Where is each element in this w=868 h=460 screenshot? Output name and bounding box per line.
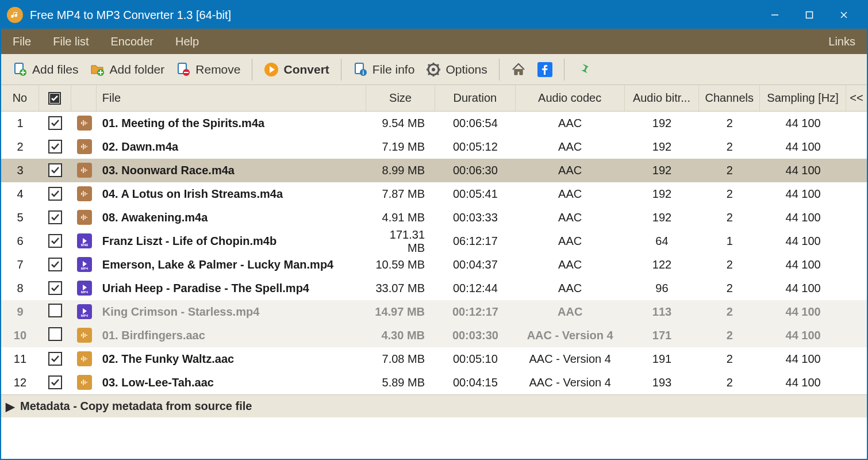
minimize-button[interactable] <box>758 1 792 29</box>
file-type-icon: MP4 <box>71 304 97 320</box>
table-row[interactable]: 404. A Lotus on Irish Streams.m4a7.87 MB… <box>1 182 867 206</box>
file-channels: 2 <box>699 376 760 389</box>
row-checkbox[interactable] <box>39 210 71 225</box>
row-checkbox[interactable] <box>39 258 71 273</box>
table-row[interactable]: 7MP4Emerson, Lake & Palmer - Lucky Man.m… <box>1 253 867 277</box>
table-row[interactable]: 9MP4King Crimson - Starless.mp414.97 MB0… <box>1 300 867 324</box>
file-sampling: 44 100 <box>760 164 846 177</box>
menu-help[interactable]: Help <box>175 35 199 48</box>
row-number: 6 <box>1 235 39 248</box>
facebook-button[interactable] <box>532 60 558 79</box>
file-info-button[interactable]: i File info <box>347 60 421 79</box>
col-no[interactable]: No <box>1 85 39 111</box>
options-button[interactable]: Options <box>420 60 493 79</box>
file-codec: AAC - Version 4 <box>516 352 625 366</box>
add-folder-button[interactable]: Add folder <box>85 60 171 79</box>
file-duration: 00:03:30 <box>435 329 516 342</box>
row-checkbox[interactable] <box>39 304 71 320</box>
row-number: 1 <box>1 117 39 130</box>
file-codec: AAC <box>516 235 625 248</box>
row-checkbox[interactable] <box>39 375 71 390</box>
svg-rect-1 <box>806 12 813 18</box>
add-files-button[interactable]: Add files <box>7 60 85 79</box>
pin-button[interactable] <box>570 60 597 79</box>
table-row[interactable]: 6M4BFranz Liszt - Life of Chopin.m4b171.… <box>1 229 867 253</box>
file-sampling: 44 100 <box>760 211 846 224</box>
file-size: 10.59 MB <box>366 258 435 271</box>
file-codec: AAC <box>516 117 625 130</box>
row-number: 12 <box>1 376 39 389</box>
menubar: File File list Encoder Help Links <box>1 29 867 54</box>
row-checkbox[interactable] <box>39 140 71 155</box>
expand-columns-button[interactable]: << <box>846 85 867 111</box>
file-sampling: 44 100 <box>760 352 846 366</box>
add-files-label: Add files <box>32 63 79 76</box>
home-button[interactable] <box>505 60 532 79</box>
table-row[interactable]: 1203. Low-Lee-Tah.aac5.89 MB00:04:15AAC … <box>1 371 867 394</box>
col-bitrate[interactable]: Audio bitr... <box>625 85 700 111</box>
svg-text:M4B: M4B <box>81 243 89 247</box>
col-channels[interactable]: Channels <box>699 85 760 111</box>
table-row[interactable]: 202. Dawn.m4a7.19 MB00:05:12AAC192244 10… <box>1 135 867 159</box>
file-channels: 2 <box>699 164 760 177</box>
row-checkbox[interactable] <box>39 281 71 296</box>
maximize-button[interactable] <box>792 1 827 29</box>
file-name: 01. Meeting of the Spirits.m4a <box>97 117 366 130</box>
row-checkbox[interactable] <box>39 163 71 178</box>
file-channels: 2 <box>699 329 760 342</box>
row-number: 2 <box>1 140 39 154</box>
col-type[interactable] <box>71 85 97 111</box>
file-type-icon: MP4 <box>71 281 97 297</box>
metadata-panel-header[interactable]: ▶ Metadata - Copy metadata from source f… <box>1 394 867 417</box>
row-checkbox[interactable] <box>39 187 71 202</box>
file-codec: AAC <box>516 164 625 177</box>
row-checkbox[interactable] <box>39 116 71 131</box>
file-name: Emerson, Lake & Palmer - Lucky Man.mp4 <box>97 258 366 271</box>
svg-text:i: i <box>362 70 364 76</box>
remove-label: Remove <box>195 63 240 76</box>
expand-triangle-icon: ▶ <box>6 400 14 413</box>
remove-button[interactable]: Remove <box>170 60 246 79</box>
table-row[interactable]: 508. Awakening.m4a4.91 MB00:03:33AAC1922… <box>1 206 867 229</box>
menu-encoder[interactable]: Encoder <box>110 35 153 48</box>
table-row[interactable]: 101. Meeting of the Spirits.m4a9.54 MB00… <box>1 112 867 135</box>
file-codec: AAC <box>516 211 625 224</box>
menu-file-list[interactable]: File list <box>53 35 89 48</box>
svg-rect-45 <box>79 212 90 223</box>
close-button[interactable] <box>827 1 861 29</box>
file-type-icon: MP4 <box>71 257 97 273</box>
row-checkbox[interactable] <box>39 352 71 367</box>
col-size[interactable]: Size <box>366 85 435 111</box>
file-name: 02. The Funky Waltz.aac <box>97 352 366 366</box>
menu-links[interactable]: Links <box>828 35 855 48</box>
add-folder-icon <box>90 62 105 77</box>
row-number: 10 <box>1 329 39 342</box>
row-number: 7 <box>1 258 39 271</box>
file-bitrate: 192 <box>625 140 700 154</box>
row-checkbox[interactable] <box>39 234 71 249</box>
file-sampling: 44 100 <box>760 187 846 201</box>
file-duration: 06:12:17 <box>435 235 516 248</box>
table-row[interactable]: 303. Noonward Race.m4a8.99 MB00:06:30AAC… <box>1 159 867 182</box>
col-check-all[interactable] <box>39 85 71 111</box>
file-sampling: 44 100 <box>760 258 846 271</box>
row-checkbox[interactable] <box>39 327 71 344</box>
file-size: 5.89 MB <box>366 376 435 389</box>
convert-label: Convert <box>283 63 329 76</box>
table-row[interactable]: 1001. Birdfingers.aac4.30 MB00:03:30AAC … <box>1 324 867 347</box>
file-channels: 2 <box>699 352 760 366</box>
file-size: 4.30 MB <box>366 329 435 342</box>
col-duration[interactable]: Duration <box>435 85 516 111</box>
col-codec[interactable]: Audio codec <box>516 85 625 111</box>
table-row[interactable]: 8MP4Uriah Heep - Paradise - The Spell.mp… <box>1 277 867 300</box>
file-size: 9.54 MB <box>366 117 435 130</box>
col-sampling[interactable]: Sampling [Hz] <box>760 85 846 111</box>
convert-button[interactable]: Convert <box>258 60 335 79</box>
col-file[interactable]: File <box>97 85 366 111</box>
table-row[interactable]: 1102. The Funky Waltz.aac7.08 MB00:05:10… <box>1 347 867 371</box>
file-size: 171.31 MB <box>366 228 435 255</box>
menu-file[interactable]: File <box>13 35 31 48</box>
svg-text:MP4: MP4 <box>81 267 89 270</box>
file-type-icon <box>71 375 97 391</box>
file-sampling: 44 100 <box>760 235 846 248</box>
